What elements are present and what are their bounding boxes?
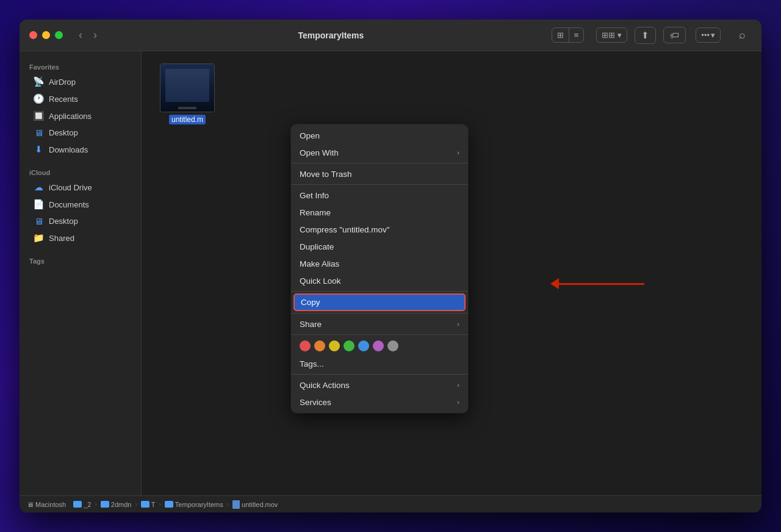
statusbar-drive: 🖥 Macintosh xyxy=(27,501,66,508)
thumbnail-base xyxy=(178,107,196,109)
sidebar-item-shared[interactable]: 📁 Shared xyxy=(23,229,137,246)
context-menu-quick-actions[interactable]: Quick Actions › xyxy=(291,376,468,394)
context-menu-get-info[interactable]: Get Info xyxy=(291,187,468,204)
context-menu-make-alias[interactable]: Make Alias xyxy=(291,255,468,272)
file-item[interactable]: untitled.m xyxy=(160,63,215,124)
folder-icon-2 xyxy=(141,501,149,508)
context-menu-move-to-trash[interactable]: Move to Trash xyxy=(291,165,468,182)
context-menu-open[interactable]: Open xyxy=(291,127,468,144)
downloads-icon: ⬇ xyxy=(33,144,44,155)
color-tag-purple[interactable] xyxy=(373,340,384,351)
separator-2 xyxy=(291,184,468,185)
separator-3 xyxy=(291,291,468,292)
minimize-button[interactable] xyxy=(42,31,50,39)
compress-label: Compress "untitled.mov" xyxy=(300,225,390,234)
open-with-arrow: › xyxy=(457,149,459,156)
rename-label: Rename xyxy=(300,208,331,217)
sidebar-item-label-recents: Recents xyxy=(49,95,78,104)
more-dots: ••• xyxy=(701,31,710,40)
separator-6 xyxy=(291,374,468,375)
sidebar-item-applications[interactable]: 🔲 Applications xyxy=(23,107,137,124)
icloud-section-title: iCloud xyxy=(20,164,141,179)
color-tag-red[interactable] xyxy=(300,340,311,351)
folder-icon-1 xyxy=(101,501,109,508)
more-button[interactable]: ••• ▾ xyxy=(696,27,721,43)
forward-button[interactable]: › xyxy=(90,27,101,43)
color-tag-yellow[interactable] xyxy=(329,340,340,351)
statusbar: 🖥 Macintosh _2 › 2dmdn › T › TemporaryIt… xyxy=(20,495,761,512)
sidebar-item-label-desktop: Desktop xyxy=(49,128,78,137)
view-switcher: ⊞ ≡ xyxy=(552,27,585,43)
color-tag-gray[interactable] xyxy=(387,340,398,351)
services-label: Services xyxy=(300,398,331,407)
group-icon: ⊞⊞ xyxy=(602,31,615,40)
sidebar-item-label-documents: Documents xyxy=(49,200,89,209)
arrow-line xyxy=(559,283,644,285)
context-menu-copy[interactable]: Copy xyxy=(293,293,466,311)
list-view-button[interactable]: ≡ xyxy=(569,28,584,42)
color-tag-orange[interactable] xyxy=(314,340,325,351)
sidebar-item-label-shared: Shared xyxy=(49,234,74,243)
main-content: Favorites 📡 AirDrop 🕐 Recents 🔲 Applicat… xyxy=(20,51,761,495)
move-to-trash-label: Move to Trash xyxy=(300,170,352,179)
context-menu-open-with[interactable]: Open With › xyxy=(291,144,468,161)
close-button[interactable] xyxy=(29,31,37,39)
sidebar-item-downloads[interactable]: ⬇ Downloads xyxy=(23,141,137,158)
path-sep-2: › xyxy=(135,501,137,508)
sidebar-item-airdrop[interactable]: 📡 AirDrop xyxy=(23,73,137,90)
sidebar-item-documents[interactable]: 📄 Documents xyxy=(23,196,137,213)
search-button[interactable]: ⌕ xyxy=(733,26,752,44)
folder-icon-3 xyxy=(165,501,173,508)
context-menu-services[interactable]: Services › xyxy=(291,394,468,411)
quick-actions-label: Quick Actions xyxy=(300,381,350,390)
share-button[interactable]: ⬆ xyxy=(635,27,656,44)
context-menu-tags[interactable]: Tags... xyxy=(291,355,468,372)
sidebar-item-desktop[interactable]: 🖥 Desktop xyxy=(23,124,137,141)
tag-button[interactable]: 🏷 xyxy=(663,27,686,43)
duplicate-label: Duplicate xyxy=(300,242,334,251)
file-area: untitled.m Open Open With › Move to Tras… xyxy=(142,51,761,495)
path-sep-1: › xyxy=(95,501,96,508)
window-title: TemporaryItems xyxy=(110,31,552,40)
sidebar-item-icloud-drive[interactable]: ☁ iCloud Drive xyxy=(23,179,137,196)
context-menu-rename[interactable]: Rename xyxy=(291,204,468,221)
path-sep-3: › xyxy=(159,501,161,508)
sidebar-item-icloud-desktop[interactable]: 🖥 Desktop xyxy=(23,213,137,229)
share-arrow: › xyxy=(457,320,459,328)
separator-1 xyxy=(291,163,468,164)
context-menu: Open Open With › Move to Trash Get Info … xyxy=(291,124,468,413)
make-alias-label: Make Alias xyxy=(300,259,339,268)
tags-section-title: Tags xyxy=(20,253,141,267)
favorites-section-title: Favorites xyxy=(20,59,141,73)
arrow-head xyxy=(550,278,559,289)
path-label-3: TemporaryItems xyxy=(175,501,223,508)
context-menu-quick-look[interactable]: Quick Look xyxy=(291,272,468,289)
back-button[interactable]: ‹ xyxy=(75,27,86,43)
context-menu-compress[interactable]: Compress "untitled.mov" xyxy=(291,221,468,238)
icloud-desktop-icon: 🖥 xyxy=(33,216,44,226)
copy-label: Copy xyxy=(301,298,320,307)
red-arrow-indicator xyxy=(550,278,644,289)
group-button[interactable]: ⊞⊞ ▾ xyxy=(596,27,627,43)
context-menu-duplicate[interactable]: Duplicate xyxy=(291,238,468,255)
maximize-button[interactable] xyxy=(55,31,63,39)
file-name: untitled.m xyxy=(169,115,206,124)
path-item-0: _2 xyxy=(73,501,91,508)
shared-icon: 📁 xyxy=(33,232,44,243)
separator-5 xyxy=(291,334,468,335)
color-tag-green[interactable] xyxy=(344,340,355,351)
sidebar-item-recents[interactable]: 🕐 Recents xyxy=(23,90,137,107)
color-tag-blue[interactable] xyxy=(358,340,369,351)
icon-view-button[interactable]: ⊞ xyxy=(552,28,569,42)
context-menu-share[interactable]: Share › xyxy=(291,315,468,332)
path-label-1: 2dmdn xyxy=(111,501,132,508)
color-tags-row xyxy=(291,337,468,355)
titlebar: ‹ › TemporaryItems ⊞ ≡ ⊞⊞ ▾ ⬆ 🏷 ••• ▾ ⌕ xyxy=(20,20,761,51)
navigation-buttons: ‹ › xyxy=(75,27,101,43)
applications-icon: 🔲 xyxy=(33,110,44,121)
sidebar-item-label-downloads: Downloads xyxy=(49,145,88,154)
services-arrow: › xyxy=(457,398,459,406)
group-chevron: ▾ xyxy=(617,31,622,40)
documents-icon: 📄 xyxy=(33,199,44,210)
path-item-1: 2dmdn xyxy=(101,501,132,508)
